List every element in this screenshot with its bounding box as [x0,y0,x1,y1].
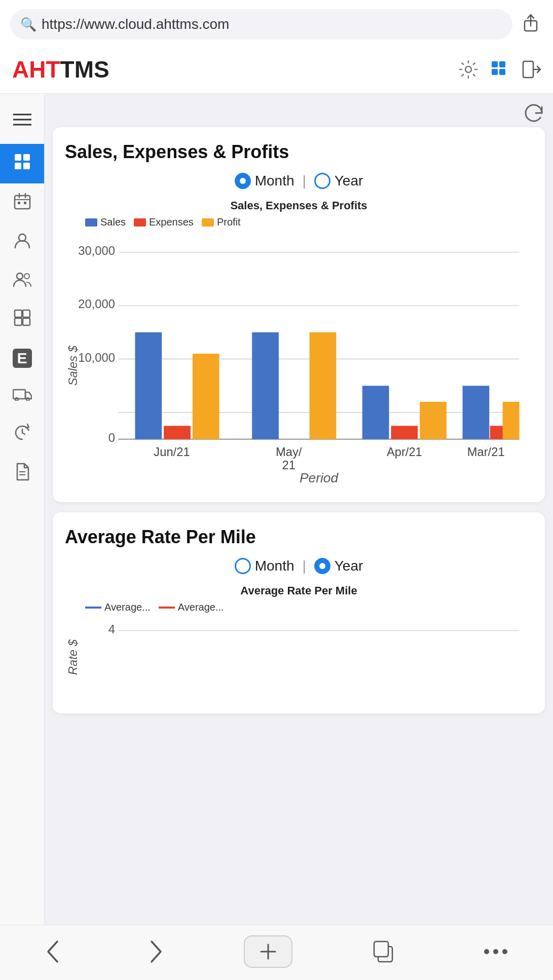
legend-label-sales: Sales [100,216,126,228]
bar-may21-profit [310,332,337,439]
sales-year-radio[interactable]: Year [314,173,363,189]
calendar-icon [14,193,31,214]
sidebar-item-analytics[interactable] [0,300,44,340]
sales-chart-container: Sales, Expenses & Profits Sales Expenses… [65,199,533,488]
sidebar-item-dashboard[interactable] [0,144,44,183]
sidebar-menu-button[interactable] [5,104,40,139]
copy-button[interactable] [363,936,403,967]
svg-rect-7 [523,61,533,78]
avg-month-radio-circle [235,558,251,574]
svg-rect-27 [15,318,22,325]
url-text: https://www.cloud.ahttms.com [42,16,229,32]
avg-legend-item-1: Average... [85,601,151,613]
sidebar-item-history[interactable] [0,414,44,454]
sidebar-item-entity[interactable]: E [0,340,44,377]
legend-color-sales [85,218,97,227]
logo-aht: AHT [12,56,60,83]
legend-item-expenses: Expenses [134,216,194,228]
share-button[interactable] [519,10,543,40]
avg-year-radio[interactable]: Year [314,558,363,574]
bar-apr21-profit [420,402,447,439]
svg-text:10,000: 10,000 [78,351,115,364]
sidebar-item-document[interactable] [0,454,44,494]
svg-text:21: 21 [282,459,296,472]
sidebar-item-profile[interactable] [0,223,44,262]
svg-text:May/: May/ [276,445,302,459]
sales-radio-group: Month | Year [65,173,533,189]
svg-point-23 [17,273,23,279]
svg-rect-57 [374,941,388,957]
svg-text:0: 0 [108,431,115,444]
svg-text:Mar/21: Mar/21 [467,445,505,459]
svg-rect-26 [23,310,30,317]
svg-text:30,000: 30,000 [78,244,115,257]
legend-label-profit: Profit [217,216,241,228]
profile-icon [14,232,31,253]
url-bar[interactable]: 🔍 https://www.cloud.ahttms.com [10,9,512,40]
svg-point-60 [502,949,507,954]
avg-month-radio[interactable]: Month [235,558,294,574]
legend-item-profit: Profit [202,216,241,228]
svg-rect-3 [492,61,498,67]
sidebar-item-users[interactable] [0,262,44,300]
logo-tms: TMS [60,56,109,83]
svg-rect-20 [18,202,20,204]
bar-may21-sales [252,332,279,439]
avg-legend-label-2: Average... [178,601,224,613]
avg-month-label: Month [255,558,294,574]
analytics-icon [14,309,31,330]
svg-rect-5 [492,69,498,75]
forward-button[interactable] [139,935,174,968]
settings-button[interactable] [459,60,478,79]
avg-rate-card: Average Rate Per Mile Month | Year Avera… [53,512,545,713]
sales-month-radio[interactable]: Month [235,173,294,189]
avg-year-label: Year [335,558,363,574]
document-icon [15,463,29,485]
avg-chart-title: Average Rate Per Mile [65,584,533,597]
logout-button[interactable] [522,60,541,79]
more-button[interactable] [473,945,518,959]
history-icon [14,423,31,444]
svg-rect-13 [23,154,30,161]
sales-year-label: Year [335,173,363,189]
browser-bar: 🔍 https://www.cloud.ahttms.com [0,0,553,46]
sales-card-title: Sales, Expenses & Profits [65,141,533,163]
avg-rate-card-title: Average Rate Per Mile [65,526,533,548]
svg-text:Sales $: Sales $ [66,345,80,386]
bar-jun21-expenses [164,426,191,439]
bottom-nav [0,925,553,980]
sales-month-radio-circle [235,173,251,189]
svg-rect-28 [23,318,30,325]
svg-text:4: 4 [108,623,115,636]
radio-divider-2: | [302,558,306,574]
sidebar-item-truck[interactable] [0,377,44,414]
sales-card: Sales, Expenses & Profits Month | Year S… [53,127,545,502]
svg-rect-12 [15,154,21,161]
avg-legend-label-1: Average... [104,601,151,613]
header-icons [459,60,541,79]
svg-rect-15 [23,163,30,169]
search-icon: 🔍 [20,17,36,32]
sales-chart-title: Sales, Expenses & Profits [65,199,533,212]
svg-point-2 [465,66,471,72]
avg-year-radio-circle [314,558,330,574]
legend-item-sales: Sales [85,216,126,228]
sales-month-label: Month [255,173,294,189]
add-button[interactable] [244,935,292,968]
legend-label-expenses: Expenses [149,216,194,228]
sidebar-item-calendar[interactable] [0,183,44,223]
avg-chart-legend: Average... Average... [65,601,533,613]
sales-chart-legend: Sales Expenses Profit [65,216,533,228]
svg-rect-21 [24,202,26,204]
refresh-button[interactable] [523,102,545,129]
bar-apr21-expenses [391,426,418,439]
radio-divider-1: | [302,173,306,189]
sales-chart-svg: Sales $ 30,000 20,000 10,000 0 [65,232,533,486]
svg-point-24 [24,274,29,279]
back-button[interactable] [35,935,69,968]
logo: AHT TMS [12,56,109,83]
legend-color-expenses [134,218,146,227]
grid-button[interactable] [490,60,509,79]
dashboard-icon [14,153,31,174]
app-header: AHT TMS [0,46,553,94]
